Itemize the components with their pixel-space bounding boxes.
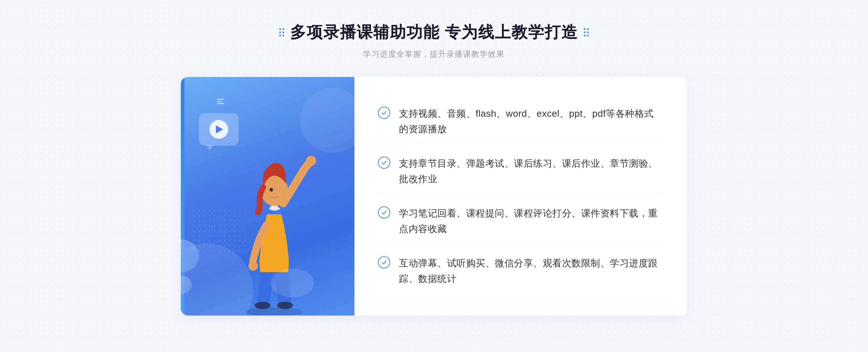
page-wrapper: 多项录播课辅助功能 专为线上教学打造 学习进度全掌握，提升录播课教学效果 » [0, 0, 868, 352]
svg-point-1 [306, 156, 316, 166]
decorative-dots-right [584, 28, 589, 37]
play-button [209, 120, 228, 139]
feature-text-1: 支持视频、音频、flash、word、excel、ppt、pdf等各种格式的资源… [399, 106, 662, 137]
header-section: 多项录播课辅助功能 专为线上教学打造 学习进度全掌握，提升录播课教学效果 [279, 22, 589, 60]
feature-text-4: 互动弹幕、试听购买、微信分享、观看次数限制、学习进度跟踪、数据统计 [399, 256, 662, 287]
check-icon-4 [378, 256, 390, 269]
main-content-card: 支持视频、音频、flash、word、excel、ppt、pdf等各种格式的资源… [181, 77, 687, 315]
svg-point-0 [245, 308, 303, 315]
deco-circle-2 [181, 276, 192, 294]
feature-item-3: 学习笔记回看、课程提问、课程评论打分、课件资料下载，重点内容收藏 [378, 199, 662, 244]
svg-point-4 [277, 302, 293, 309]
check-icon-3 [378, 206, 390, 219]
features-panel: 支持视频、音频、flash、word、excel、ppt、pdf等各种格式的资源… [354, 77, 687, 315]
page-title: 多项录播课辅助功能 专为线上教学打造 [290, 22, 578, 43]
light-rays [217, 99, 224, 104]
feature-item-4: 互动弹幕、试听购买、微信分享、观看次数限制、学习进度跟踪、数据统计 [378, 249, 662, 293]
header-title-row: 多项录播课辅助功能 专为线上教学打造 [279, 22, 589, 43]
feature-item-2: 支持章节目录、弹题考试、课后练习、课后作业、章节测验、批改作业 [378, 149, 662, 194]
feature-text-2: 支持章节目录、弹题考试、课后练习、课后作业、章节测验、批改作业 [399, 156, 662, 187]
svg-point-7 [269, 188, 273, 192]
svg-point-3 [255, 302, 271, 309]
feature-text-3: 学习笔记回看、课程提问、课程评论打分、课件资料下载，重点内容收藏 [399, 206, 662, 237]
page-subtitle: 学习进度全掌握，提升录播课教学效果 [279, 49, 589, 60]
check-icon-2 [378, 156, 390, 169]
svg-point-2 [248, 261, 258, 271]
feature-item-1: 支持视频、音频、flash、word、excel、ppt、pdf等各种格式的资源… [378, 99, 662, 144]
illustration-panel [181, 77, 354, 315]
person-illustration [227, 128, 328, 315]
check-icon-1 [378, 107, 390, 119]
decorative-dots-left [279, 28, 284, 37]
svg-point-8 [271, 269, 314, 297]
